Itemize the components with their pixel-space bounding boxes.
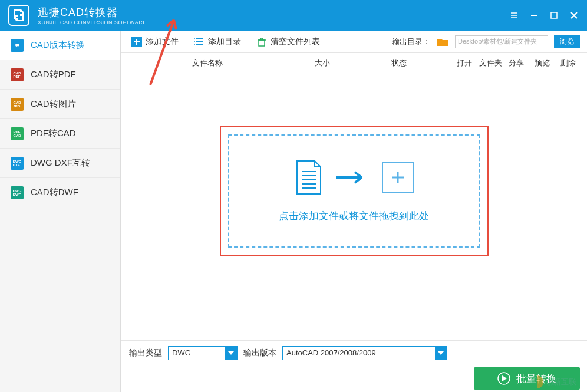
- col-status: 状态: [358, 58, 440, 68]
- output-dir-label: 输出目录：: [392, 37, 430, 47]
- svg-point-2: [194, 38, 195, 39]
- output-path-field[interactable]: Desktop\素材包\新建文件夹: [455, 35, 548, 48]
- app-subtitle: XUNJIE CAD CONVERSION SOFTWARE: [38, 19, 147, 25]
- drop-graphic: [295, 160, 414, 195]
- window-controls: [509, 11, 579, 20]
- output-version-select[interactable]: AutoCAD 2007/2008/2009: [282, 346, 447, 360]
- annotation-highlight: 点击添加文件或将文件拖拽到此处: [220, 126, 489, 256]
- clear-list-icon: [256, 37, 267, 47]
- col-actions: 打开 文件夹 分享 预览 删除: [453, 58, 580, 68]
- title-bar: 迅捷CAD转换器 XUNJIE CAD CONVERSION SOFTWARE: [0, 0, 587, 31]
- menu-button[interactable]: [509, 11, 519, 20]
- add-folder-icon: [194, 37, 205, 47]
- output-type-label: 输出类型: [129, 348, 162, 358]
- app-title-block: 迅捷CAD转换器 XUNJIE CAD CONVERSION SOFTWARE: [38, 5, 147, 25]
- minimize-button[interactable]: [529, 11, 539, 20]
- col-folder: 文件夹: [479, 58, 502, 68]
- sidebar-item-label: DWG DXF互转: [31, 157, 90, 169]
- svg-point-4: [194, 44, 195, 45]
- sidebar-item-cad-to-pdf[interactable]: CADPDF CAD转PDF: [0, 60, 120, 90]
- folder-icon: [437, 38, 448, 46]
- cad-image-icon: CADJPG: [11, 98, 24, 111]
- main-panel: 添加文件 添加目录 清空文件列表 输出目录： Desktop\素材包\新建文件夹…: [121, 31, 587, 392]
- output-type-select[interactable]: DWG: [168, 346, 238, 360]
- sidebar-item-dwg-dxf[interactable]: DWGDXF DWG DXF互转: [0, 149, 120, 178]
- cad-dwf-icon: DWGDWF: [11, 186, 24, 199]
- add-folder-button[interactable]: 添加目录: [188, 34, 247, 50]
- document-icon: [295, 160, 323, 195]
- plus-box-icon: [382, 162, 414, 193]
- col-open: 打开: [453, 58, 476, 68]
- sidebar: ⇄ CAD版本转换 CADPDF CAD转PDF CADJPG CAD转图片 P…: [0, 31, 121, 392]
- add-file-icon: [131, 37, 142, 47]
- drop-zone[interactable]: 点击添加文件或将文件拖拽到此处: [228, 134, 480, 248]
- clear-list-button[interactable]: 清空文件列表: [250, 34, 326, 50]
- convert-label: 批量转换: [516, 372, 556, 386]
- toolbar: 添加文件 添加目录 清空文件列表 输出目录： Desktop\素材包\新建文件夹…: [121, 31, 587, 53]
- output-version-label: 输出版本: [243, 348, 276, 358]
- sidebar-item-label: CAD转DWF: [31, 187, 78, 198]
- convert-bar: 批量转换 创新互联: [121, 365, 587, 392]
- dwg-dxf-icon: DWGDXF: [11, 157, 24, 170]
- sidebar-item-label: CAD版本转换: [31, 39, 85, 51]
- cad-version-icon: ⇄: [11, 39, 24, 52]
- sidebar-item-pdf-to-cad[interactable]: PDFCAD PDF转CAD: [0, 119, 120, 149]
- add-file-label: 添加文件: [146, 37, 179, 47]
- drop-text: 点击添加文件或将文件拖拽到此处: [279, 209, 429, 223]
- chevron-down-icon: [225, 347, 237, 360]
- arrow-right-icon: [336, 171, 369, 184]
- cad-pdf-icon: CADPDF: [11, 68, 24, 81]
- col-filename: 文件名称: [128, 58, 287, 68]
- column-headers: 文件名称 大小 状态 打开 文件夹 分享 预览 删除: [121, 53, 587, 73]
- output-version-value: AutoCAD 2007/2008/2009: [286, 348, 376, 357]
- add-folder-label: 添加目录: [208, 37, 241, 47]
- browse-button[interactable]: 浏览: [554, 35, 580, 48]
- sidebar-item-label: CAD转PDF: [31, 69, 76, 80]
- svg-point-3: [194, 41, 195, 42]
- output-type-value: DWG: [172, 348, 191, 357]
- col-delete: 删除: [556, 58, 580, 68]
- sidebar-item-cad-version[interactable]: ⇄ CAD版本转换: [0, 31, 120, 60]
- sidebar-item-label: PDF转CAD: [31, 128, 76, 139]
- close-button[interactable]: [569, 11, 579, 20]
- pdf-cad-icon: PDFCAD: [11, 127, 24, 140]
- maximize-button[interactable]: [549, 11, 559, 20]
- chevron-down-icon: [435, 347, 447, 360]
- sidebar-item-cad-to-image[interactable]: CADJPG CAD转图片: [0, 90, 120, 119]
- sidebar-item-cad-to-dwf[interactable]: DWGDWF CAD转DWF: [0, 178, 120, 207]
- col-size: 大小: [287, 58, 358, 68]
- svg-rect-0: [551, 12, 557, 18]
- sidebar-item-label: CAD转图片: [31, 98, 76, 110]
- batch-convert-button[interactable]: 批量转换: [474, 367, 580, 390]
- app-logo: [8, 5, 29, 26]
- add-file-button[interactable]: 添加文件: [126, 34, 184, 50]
- svg-rect-5: [259, 40, 265, 46]
- drop-area: 点击添加文件或将文件拖拽到此处: [121, 73, 587, 340]
- app-title: 迅捷CAD转换器: [38, 5, 147, 19]
- play-icon: [497, 372, 510, 385]
- bottom-bar: 输出类型 DWG 输出版本 AutoCAD 2007/2008/2009: [121, 340, 587, 365]
- col-share: 分享: [504, 58, 528, 68]
- clear-list-label: 清空文件列表: [271, 37, 320, 47]
- col-preview: 预览: [530, 58, 554, 68]
